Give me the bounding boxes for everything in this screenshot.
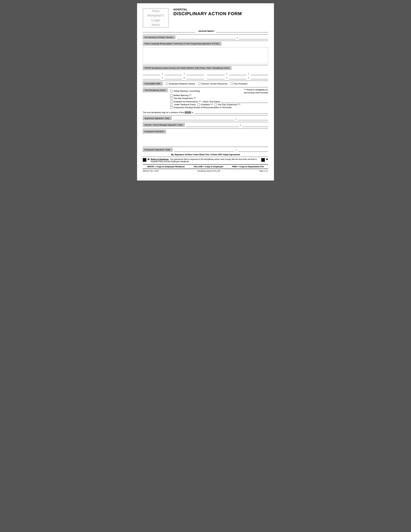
disc-label-col: This Disciplinary Action: <box>143 88 170 109</box>
copy-pink-bold: PINK <box>232 165 237 168</box>
notice-label: Notice to Employee <box>151 158 168 161</box>
checkbox-tardiness[interactable] <box>170 104 172 106</box>
checkbox-vp: Vice President <box>231 83 247 85</box>
supervisor-date-line[interactable] <box>238 117 268 120</box>
page-footer: 8850247 Rev. 10/01 Disciplinary Action F… <box>143 170 268 172</box>
infraction-short-line[interactable] <box>239 36 268 39</box>
prior-label: PRIOR Disciplinary Actions During Last T… <box>143 66 232 70</box>
policy-text-area[interactable] <box>143 47 268 63</box>
divider-10 <box>143 157 268 157</box>
result-note-line2: next annual merit increase <box>244 91 268 94</box>
divider-9 <box>143 147 268 147</box>
prior-col-3: / / <box>143 76 204 79</box>
remarks-section: Employee's Remarks: <box>143 130 268 145</box>
department-row: DEPARTMENT <box>143 29 268 32</box>
consult-option-1: Employee Relations Advisor <box>169 83 195 85</box>
logo-text: Your Hospital's Logo Here <box>147 9 164 27</box>
notice-black-square-2 <box>261 158 265 162</box>
checkbox-twoday[interactable] <box>170 97 172 99</box>
checkbox-vp-box[interactable] <box>231 83 233 85</box>
divider-1 <box>143 34 268 35</box>
checkbox-tardiness-probation: Probation *** <box>198 103 213 106</box>
disc-tardiness-label: Under Tardiness Policy: <box>174 103 196 106</box>
checkbox-employee-relations-box[interactable] <box>166 83 168 85</box>
disc-row-probation: Probation for Performance *** : (Start /… <box>170 100 268 103</box>
consult-option-3: Vice President <box>234 83 247 85</box>
copy-white-bold: WHITE <box>147 165 154 168</box>
disc-probation-label: Probation for Performance *** : (Start /… <box>173 100 220 103</box>
disc-row-verbal: Verbal Warning / Counseling *** Result i… <box>170 88 268 94</box>
footer-left: 8850247 Rev. 10/01 <box>143 170 159 172</box>
infraction-row: For Infraction of Policy / Section: / <box>143 36 268 39</box>
divider-5 <box>143 87 268 87</box>
checkbox-verbal[interactable] <box>170 90 172 92</box>
emp-date-line[interactable] <box>238 149 268 152</box>
consult-row: Consultation With: Employee Relations Ad… <box>143 82 268 86</box>
disc-row-twoday: Two-day Suspension *** <box>170 97 268 99</box>
tardiness-probation-label: Probation *** <box>201 103 213 106</box>
next-step-suffix: is: <box>191 111 194 114</box>
next-step-line[interactable] <box>194 110 268 114</box>
prior-section: PRIOR Disciplinary Actions During Last T… <box>143 66 268 79</box>
notice-black-square-1 <box>143 158 146 162</box>
disc-label: This Disciplinary Action: <box>143 88 168 92</box>
emp-sig-line[interactable] <box>174 149 235 152</box>
prior-lines-row2: / / / / <box>143 76 268 79</box>
disc-written-label: Written Warning *** <box>173 94 191 96</box>
copy-white: WHITE = Copy to Employee Relations <box>147 165 185 168</box>
infraction-line[interactable] <box>177 36 236 39</box>
disc-twoday-label: Two-day Suspension *** <box>173 97 196 99</box>
document-page: Your Hospital's Logo Here HOSPITAL DISCI… <box>137 3 274 180</box>
next-step-policy: policy <box>185 111 191 114</box>
copy-pink: PINK = Copy to Department File <box>232 165 264 168</box>
checkbox-probation[interactable] <box>170 100 172 103</box>
dept-line[interactable] <box>216 29 268 32</box>
name-line[interactable] <box>143 29 195 32</box>
checkbox-tardiness-prob-box[interactable] <box>198 104 200 106</box>
notice-text: Notice to Employee : Any grievances file… <box>151 158 260 163</box>
divider-4 <box>143 81 268 81</box>
title-block: HOSPITAL DISCIPLINARY ACTION FORM <box>173 8 242 16</box>
notice-row: ☎ Notice to Employee : Any grievances fi… <box>143 158 268 163</box>
director-sig-line[interactable] <box>186 124 239 127</box>
policy-label: Policy Language Being Applied / Summary … <box>143 42 222 46</box>
remarks-area[interactable] <box>143 134 268 145</box>
checkbox-director-hr-box[interactable] <box>198 83 201 85</box>
checkbox-written[interactable] <box>170 94 172 96</box>
emp-sig-row: Employee's Signature / Date: / <box>143 148 268 152</box>
director-date-line[interactable] <box>242 124 268 127</box>
sig-verify: My Signature Verifies I have Read This. … <box>143 153 268 156</box>
checkbox-employee-relations: Employee Relations Advisor <box>166 83 195 85</box>
phone-icon-1: ☎ <box>147 158 150 161</box>
hospital-label: HOSPITAL <box>173 8 242 11</box>
result-note: *** Result in ineligibility for next ann… <box>244 88 268 94</box>
tardiness-twoday-label: Two Day Suspension *** <box>218 103 241 106</box>
main-title: DISCIPLINARY ACTION FORM <box>173 11 242 16</box>
checkbox-director-hr: Director, Human Resources <box>198 83 227 85</box>
copy-yellow-bold: YELLOW <box>194 165 203 168</box>
disc-row-written: Written Warning *** <box>170 94 268 96</box>
disc-section: This Disciplinary Action: Verbal Warning… <box>143 88 268 109</box>
divider-7 <box>143 122 268 122</box>
emp-sig-label: Employee's Signature / Date: <box>143 148 172 152</box>
next-step-prefix: The next disciplinary step for a violati… <box>143 111 184 114</box>
consult-label: Consultation With: <box>143 82 163 86</box>
checkbox-suspension[interactable] <box>170 106 172 109</box>
disc-row-tardiness: Under Tardiness Policy: Probation *** Tw… <box>170 103 268 106</box>
disc-options-col: Verbal Warning / Counseling *** Result i… <box>170 88 268 109</box>
consult-option-2: Director, Human Resources <box>202 83 227 85</box>
director-sig-row: Director / Nurse Manager Signature / Dat… <box>143 123 268 127</box>
footer-center: Disciplinary Action Form_HR <box>198 170 220 172</box>
disc-row-suspension: Suspension Pending Review of Recommendat… <box>170 106 268 109</box>
checkbox-tardiness-twoday-box[interactable] <box>215 104 217 106</box>
supervisor-sig-line[interactable] <box>173 117 234 120</box>
supervisor-label: Supervisor Signature / Date: <box>143 116 172 120</box>
header: Your Hospital's Logo Here HOSPITAL DISCI… <box>143 8 268 28</box>
probation-dates-line[interactable] <box>221 100 268 103</box>
dept-label: DEPARTMENT <box>198 30 214 32</box>
logo-box: Your Hospital's Logo Here <box>143 8 168 28</box>
supervisor-sig-row: Supervisor Signature / Date: / <box>143 116 268 120</box>
prior-col-4: / / <box>207 76 268 79</box>
disc-verbal-label: Verbal Warning / Counseling <box>173 90 200 92</box>
remarks-label: Employee's Remarks: <box>143 130 166 133</box>
